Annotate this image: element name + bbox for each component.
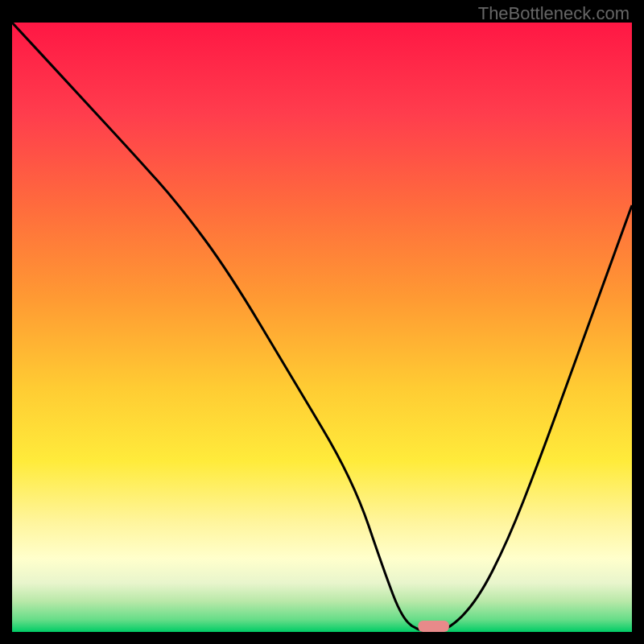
watermark-text: TheBottleneck.com — [478, 3, 630, 24]
optimal-marker — [418, 621, 449, 632]
chart-container — [12, 23, 632, 632]
gradient-background — [12, 23, 632, 632]
bottleneck-chart — [12, 23, 632, 632]
